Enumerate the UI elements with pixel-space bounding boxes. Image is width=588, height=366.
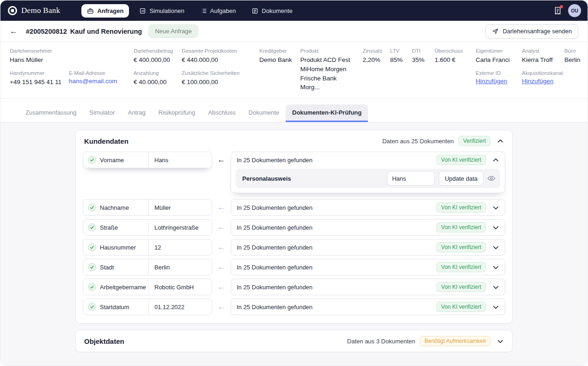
check-circle-icon — [88, 243, 96, 251]
field-row-strasse: Straße Lothringerstraße ← In 25 Dokument… — [83, 219, 505, 236]
tab-dokumenten-ki-pruefung[interactable]: Dokumenten-KI-Prüfung — [286, 104, 368, 122]
external-id-add-link[interactable]: Hinzufügen — [476, 78, 507, 85]
amounts-group: Darlehensbetrag € 400.000,00 Gesamte Pro… — [134, 48, 246, 92]
field-box[interactable]: Arbeitgebername Robotic GmbH — [83, 279, 212, 295]
field-box[interactable]: Nachname Müller — [83, 199, 212, 216]
notifications-button[interactable] — [554, 6, 562, 15]
found-panel: In 25 Dokumenten gefunden Von KI verifiz… — [231, 199, 505, 216]
tab-dokumente[interactable]: Dokumente — [242, 104, 286, 122]
left-arrow-icon: ← — [218, 262, 226, 272]
main-content: Kundendaten Daten aus 25 Dokumenten Veri… — [0, 122, 588, 366]
send-button-label: Darlehensanfrage senden — [502, 28, 572, 35]
found-panel-header[interactable]: In 25 Dokumenten gefunden Von KI verifiz… — [231, 152, 505, 168]
field-box[interactable]: Vorname Hans — [83, 152, 212, 168]
found-panel: In 25 Dokumenten gefunden Von KI verifiz… — [231, 219, 505, 236]
field-value: 12 — [149, 239, 212, 255]
section-title: Kundendaten — [84, 137, 129, 145]
found-panel: In 25 Dokumenten gefunden Von KI verifiz… — [231, 259, 505, 275]
tab-zusammenfassung[interactable]: Zusammenfassung — [19, 104, 83, 122]
field-value: 01.12.2022 — [149, 299, 212, 315]
user-avatar[interactable]: OU — [568, 4, 581, 17]
send-loan-request-button[interactable]: Darlehensanfrage senden — [485, 24, 578, 39]
chevron-down-icon[interactable] — [492, 224, 499, 231]
check-circle-icon — [88, 223, 96, 232]
field-label: Überschuss — [435, 48, 463, 54]
found-panel-header[interactable]: In 25 Dokumenten gefunden Von KI verifiz… — [231, 299, 505, 315]
field-label: Gesamte Projektkosten — [182, 48, 246, 54]
field-label: Nachname — [100, 204, 129, 211]
product-line: Frische Bank Morg... — [300, 74, 357, 92]
left-arrow-icon: ← — [218, 223, 226, 232]
field-value: 85% — [390, 55, 406, 64]
field-box[interactable]: Straße Lothringerstraße — [83, 219, 212, 236]
field-box[interactable]: Startdatum 01.12.2022 — [83, 299, 212, 315]
tab-bar: Zusammenfassung Simulator Antrag Risikop… — [0, 99, 588, 122]
chevron-down-icon[interactable] — [492, 244, 499, 251]
chevron-down-icon[interactable] — [492, 264, 499, 271]
email-link[interactable]: hans@email.com — [69, 78, 117, 85]
field-label: DTI — [412, 48, 429, 54]
chevron-up-icon[interactable] — [497, 138, 504, 145]
additional-collateral-field: Zusätzliche Sicherheiten € 100.000,00 — [182, 70, 246, 86]
chevron-down-icon[interactable] — [497, 338, 504, 345]
nav-item-anfragen[interactable]: Anfragen — [81, 4, 129, 18]
external-id-field: Externe ID Hinzufügen — [476, 70, 522, 85]
borrower-group: Darlehensnehmer Hans Müller Handynummer … — [10, 48, 121, 92]
document-name: Personalausweis — [242, 175, 291, 182]
field-label: Externe ID — [476, 70, 522, 76]
field-box[interactable]: Stadt Berlin — [83, 259, 212, 275]
brand-name: Demo Bank — [21, 6, 60, 15]
paper-plane-icon — [492, 28, 499, 35]
field-box[interactable]: Hausnummer 12 — [83, 239, 212, 256]
analyst-field: Analyst Kierra Troff — [522, 48, 564, 64]
nav-item-dokumente[interactable]: Dokumente — [246, 4, 298, 18]
field-value: € 400.000,00 — [134, 55, 182, 64]
eye-icon[interactable] — [487, 174, 496, 183]
tab-abschluss[interactable]: Abschluss — [202, 104, 242, 122]
field-row-startdatum: Startdatum 01.12.2022 ← In 25 Dokumenten… — [83, 299, 505, 315]
product-line: MiHome Morgen — [300, 65, 357, 73]
ai-verified-badge: Von KI verifiziert — [436, 222, 486, 232]
found-panel: In 25 Dokumenten gefunden Von KI verifiz… — [231, 239, 505, 256]
ai-verified-badge: Von KI verifiziert — [436, 302, 486, 312]
office-field: Büro Berlin — [564, 48, 581, 64]
brand[interactable]: Demo Bank — [8, 6, 60, 15]
chevron-down-icon[interactable] — [492, 204, 499, 211]
field-row-vorname: Vorname Hans ← In 25 Dokumenten gefunden… — [83, 152, 505, 193]
acquisition-channel-add-link[interactable]: Hinzufügen — [522, 78, 553, 85]
nav-item-aufgaben[interactable]: Aufgaben — [195, 4, 242, 18]
field-label: Stadt — [100, 264, 114, 271]
tab-simulator[interactable]: Simulator — [83, 104, 122, 122]
field-value: 2,20% — [363, 55, 384, 64]
nav-item-label: Simulationen — [149, 7, 184, 14]
check-circle-icon — [88, 283, 96, 291]
left-arrow-icon: ← — [218, 302, 226, 311]
found-panel-header[interactable]: In 25 Dokumenten gefunden Von KI verifiz… — [231, 239, 505, 255]
field-label: Darlehensnehmer — [10, 48, 121, 54]
found-text: In 25 Dokumenten gefunden — [237, 224, 312, 231]
document-value-input[interactable] — [387, 171, 435, 186]
section-title: Objektdaten — [84, 337, 124, 345]
tab-risikopruefung[interactable]: Risikoprüfung — [152, 104, 202, 122]
found-panel-header[interactable]: In 25 Dokumenten gefunden Von KI verifiz… — [231, 220, 505, 235]
nav-item-simulationen[interactable]: Simulationen — [134, 4, 190, 18]
left-arrow-icon: ← — [218, 243, 226, 252]
project-cost-field: Gesamte Projektkosten € 440.000,00 — [182, 48, 246, 64]
field-label: Kreditgeber — [259, 48, 294, 54]
ai-verified-badge: Von KI verifiziert — [436, 202, 486, 213]
field-rows: Vorname Hans ← In 25 Dokumenten gefunden… — [76, 152, 512, 323]
back-arrow-icon[interactable]: ← — [10, 27, 18, 36]
check-circle-icon — [88, 263, 96, 271]
chevron-down-icon[interactable] — [492, 284, 499, 291]
tab-antrag[interactable]: Antrag — [121, 104, 152, 122]
found-panel-header[interactable]: In 25 Dokumenten gefunden Von KI verifiz… — [231, 279, 505, 295]
found-panel-header[interactable]: In 25 Dokumenten gefunden Von KI verifiz… — [231, 200, 505, 215]
field-value: Berlin — [564, 55, 581, 64]
chevron-up-icon[interactable] — [492, 157, 499, 164]
case-title: Kauf und Renovierung — [70, 28, 142, 35]
update-data-button[interactable]: Update data — [439, 171, 484, 186]
found-panel-header[interactable]: In 25 Dokumenten gefunden Von KI verifiz… — [231, 259, 505, 275]
nav-item-label: Aufgaben — [210, 7, 236, 14]
found-panel: In 25 Dokumenten gefunden Von KI verifiz… — [231, 299, 505, 315]
chevron-down-icon[interactable] — [492, 304, 499, 311]
